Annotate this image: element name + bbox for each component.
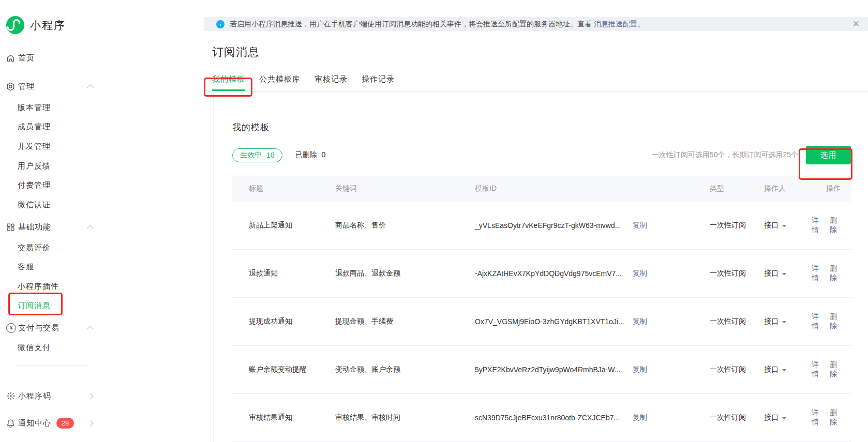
filter-row: 生效中 10 已删除 0 一次性订阅可选用50个，长期订阅可选用25个 选用 xyxy=(232,146,851,164)
cell-template-id: Ox7V_VGSMj9EioO-3zhGYdgKBT1XVT1oJi... xyxy=(475,317,633,326)
cell-template-id: 5yPXE2KbvVeRz2dTyijw9pWo4RmhBJa-W... xyxy=(475,365,633,374)
table-row: 退款通知 退款商品、退款金额 -AjxKZAtHEvX7KpYdDQDgVdg9… xyxy=(232,250,851,298)
header-operator: 操作人 xyxy=(764,184,812,193)
operator-dropdown[interactable]: 接口 xyxy=(764,221,812,230)
copy-link[interactable]: 复制 xyxy=(633,365,647,374)
page-title: 订阅消息 xyxy=(212,44,868,60)
table-row: 账户余额变动提醒 变动金额、账户余额 5yPXE2KbvVeRz2dTyijw9… xyxy=(232,346,851,394)
copy-link[interactable]: 复制 xyxy=(633,413,647,422)
delete-link[interactable]: 删除 xyxy=(830,408,841,427)
sidebar: 小程序 首页 管理 版本管理 成员管理 开发管理 用户反馈 付费管理 微信认证 … xyxy=(0,0,204,442)
cell-type: 一次性订阅 xyxy=(710,269,764,278)
tab-bar: 我的模板 公共模板库 审核记录 操作记录 xyxy=(204,74,868,92)
deleted-count: 0 xyxy=(322,150,326,160)
chevron-up-icon xyxy=(87,225,94,232)
sidebar-item-subscribe-message[interactable]: 订阅消息 xyxy=(18,300,51,311)
cell-type: 一次性订阅 xyxy=(710,365,764,374)
cell-type: 一次性订阅 xyxy=(710,317,764,326)
notice-text: 若启用小程序消息推送，用户在手机客户端使用订阅消息功能的相关事件，将会推送至所配… xyxy=(230,20,592,29)
header-type: 类型 xyxy=(710,184,764,193)
sidebar-item-wechat-verify[interactable]: 微信认证 xyxy=(18,199,51,210)
delete-link[interactable]: 删除 xyxy=(830,312,841,331)
sidebar-item-member-manage[interactable]: 成员管理 xyxy=(18,121,51,132)
copy-link[interactable]: 复制 xyxy=(633,269,647,278)
chevron-up-icon xyxy=(87,84,94,91)
yen-circle-icon: ¥ xyxy=(6,323,18,333)
sidebar-item-home[interactable]: 首页 xyxy=(6,52,35,64)
sidebar-item-dev-manage[interactable]: 开发管理 xyxy=(18,141,51,152)
copy-link[interactable]: 复制 xyxy=(633,317,647,326)
sidebar-item-notification-center[interactable]: 通知中心 28 xyxy=(6,417,74,429)
caret-down-icon xyxy=(782,321,786,324)
sidebar-item-mini-program-code[interactable]: 小程序码 xyxy=(6,390,51,402)
sidebar-item-plugins[interactable]: 小程序插件 xyxy=(18,281,59,292)
brand: 小程序 xyxy=(6,16,66,34)
filter-deleted[interactable]: 已删除 0 xyxy=(295,150,326,160)
detail-link[interactable]: 详情 xyxy=(812,264,822,283)
sidebar-group-pay-trade[interactable]: ¥ 支付与交易 xyxy=(6,322,59,333)
tab-my-templates[interactable]: 我的模板 xyxy=(212,74,245,91)
quota-hint: 一次性订阅可选用50个，长期订阅可选用25个 xyxy=(652,150,798,160)
templates-table: 标题 关键词 模板ID 类型 操作人 操作 新品上架通知 商品名称、售价 _yV… xyxy=(232,176,851,442)
mini-program-logo-icon xyxy=(6,16,24,34)
cell-keywords: 商品名称、售价 xyxy=(335,221,475,230)
chevron-right-icon xyxy=(87,420,94,426)
delete-link[interactable]: 删除 xyxy=(830,216,841,235)
filter-active-pill[interactable]: 生效中 10 xyxy=(232,148,282,162)
cell-title: 退款通知 xyxy=(232,269,335,278)
detail-link[interactable]: 详情 xyxy=(812,360,822,379)
tab-operation-records[interactable]: 操作记录 xyxy=(362,74,395,91)
tab-public-template-library[interactable]: 公共模板库 xyxy=(259,74,301,91)
select-template-button[interactable]: 选用 xyxy=(806,146,851,164)
caret-down-icon xyxy=(782,369,786,372)
detail-link[interactable]: 详情 xyxy=(812,312,822,331)
chevron-up-icon xyxy=(87,326,94,332)
sidebar-group-manage[interactable]: 管理 xyxy=(6,81,35,92)
operator-dropdown[interactable]: 接口 xyxy=(764,365,812,374)
cell-type: 一次性订阅 xyxy=(710,413,764,422)
caret-down-icon xyxy=(782,273,786,276)
notice-push-config-link[interactable]: 消息推送配置 xyxy=(594,20,637,29)
notification-badge: 28 xyxy=(56,418,74,429)
table-row: 审核结果通知 审核结果、审核时间 scN39D75cJjeBEcxu31nr80… xyxy=(232,394,851,442)
sidebar-item-wechat-pay[interactable]: 微信支付 xyxy=(18,342,51,353)
detail-link[interactable]: 详情 xyxy=(812,216,822,235)
cell-title: 账户余额变动提醒 xyxy=(232,365,335,374)
close-icon[interactable]: ✕ xyxy=(850,19,862,29)
header-title: 标题 xyxy=(232,184,335,193)
sidebar-item-version-manage[interactable]: 版本管理 xyxy=(18,102,51,113)
info-icon: i xyxy=(216,20,225,28)
sidebar-item-payment-manage[interactable]: 付费管理 xyxy=(18,179,51,191)
sidebar-item-customer-service[interactable]: 客服 xyxy=(18,261,34,272)
notice-suffix: 。 xyxy=(637,20,645,29)
sidebar-item-trade-review[interactable]: 交易评价 xyxy=(18,242,51,253)
operator-dropdown[interactable]: 接口 xyxy=(764,413,812,422)
header-keywords: 关键词 xyxy=(335,184,475,193)
copy-link[interactable]: 复制 xyxy=(633,221,647,230)
sidebar-divider xyxy=(14,365,90,365)
operator-dropdown[interactable]: 接口 xyxy=(764,317,812,326)
panel-heading: 我的模板 xyxy=(232,92,851,133)
detail-link[interactable]: 详情 xyxy=(812,408,822,427)
cell-template-id: -AjxKZAtHEvX7KpYdDQDgVdg975vcEmV7... xyxy=(475,269,633,278)
cell-title: 审核结果通知 xyxy=(232,413,335,422)
table-row: 提现成功通知 提现金额、手续费 Ox7V_VGSMj9EioO-3zhGYdgK… xyxy=(232,298,851,346)
sidebar-item-user-feedback[interactable]: 用户反馈 xyxy=(18,160,51,172)
app-title: 小程序 xyxy=(30,18,66,33)
tab-review-records[interactable]: 审核记录 xyxy=(315,74,348,91)
sidebar-group-basic-functions[interactable]: 基础功能 xyxy=(6,221,51,233)
cell-template-id: _yVLsEasOytr7vKeEFgr9czT-gkW63-mvwd... xyxy=(475,221,633,230)
grid-apps-icon xyxy=(6,223,18,232)
operator-dropdown[interactable]: 接口 xyxy=(764,269,812,278)
delete-link[interactable]: 删除 xyxy=(830,264,841,283)
bell-icon xyxy=(6,419,18,428)
chevron-right-icon xyxy=(87,393,94,400)
cell-keywords: 变动金额、账户余额 xyxy=(335,365,475,374)
caret-down-icon xyxy=(782,225,786,227)
home-icon xyxy=(6,54,18,63)
delete-link[interactable]: 删除 xyxy=(830,360,841,379)
templates-panel: 我的模板 生效中 10 已删除 0 一次性订阅可选用50个，长期订阅可选用25个… xyxy=(213,92,868,442)
cell-keywords: 提现金额、手续费 xyxy=(335,317,475,326)
cell-title: 新品上架通知 xyxy=(232,221,335,230)
table-header: 标题 关键词 模板ID 类型 操作人 操作 xyxy=(232,176,851,202)
